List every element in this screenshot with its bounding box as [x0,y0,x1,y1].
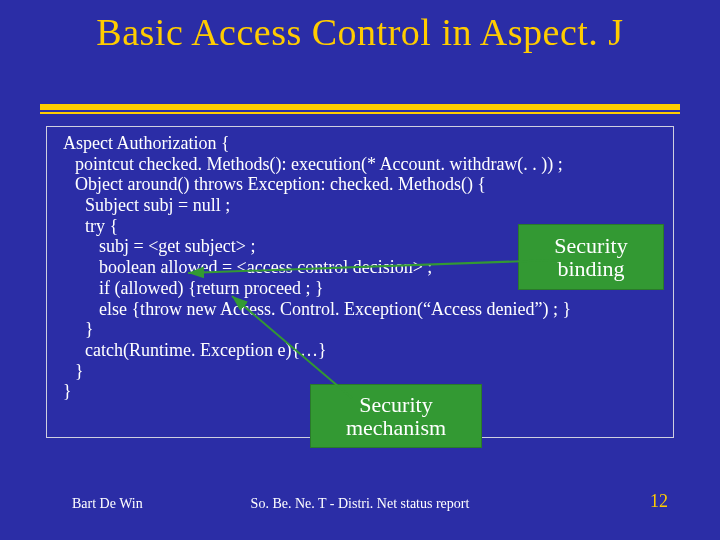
code-line: } [55,319,665,340]
title-underline [40,104,680,114]
title-area: Basic Access Control in Aspect. J [0,10,720,54]
callout-security-mechanism: Security mechanism [310,384,482,448]
code-line: Object around() throws Exception: checke… [55,174,665,195]
rule-thin [40,112,680,114]
slide-title: Basic Access Control in Aspect. J [0,10,720,54]
code-line: else {throw new Access. Control. Excepti… [55,299,665,320]
rule-thick [40,104,680,110]
slide: Basic Access Control in Aspect. J Aspect… [0,0,720,540]
callout-label: Security binding [529,234,653,280]
footer-page-number: 12 [650,491,668,512]
code-line: Subject subj = null ; [55,195,665,216]
callout-security-binding: Security binding [518,224,664,290]
code-line: catch(Runtime. Exception e){…} [55,340,665,361]
code-line: } [55,361,665,382]
code-line: Aspect Authorization { [55,133,665,154]
code-line: pointcut checked. Methods(): execution(*… [55,154,665,175]
footer-center: So. Be. Ne. T - Distri. Net status repor… [0,496,720,512]
callout-label: Security mechanism [321,393,471,439]
